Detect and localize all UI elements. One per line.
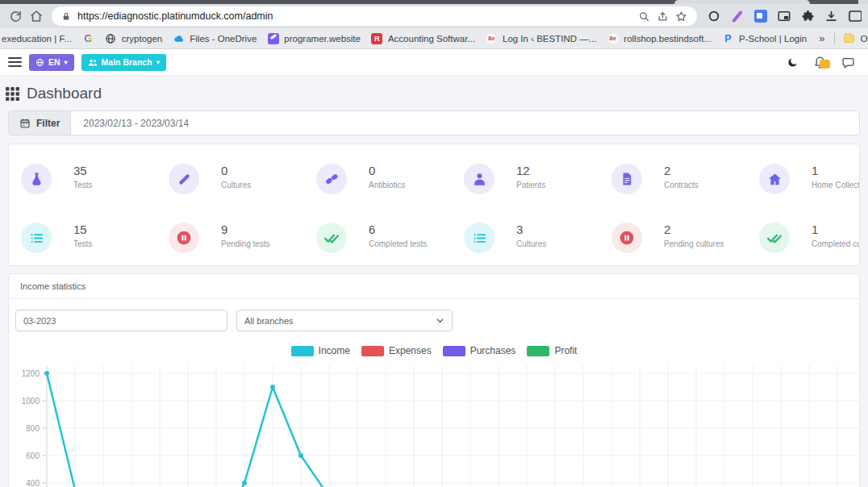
extension-ring-icon[interactable] — [705, 7, 723, 25]
bookmark-label: Log In ‹ BESTIND —... — [503, 34, 596, 44]
bookmark-item[interactable]: cryptogen — [105, 32, 163, 44]
users-icon — [88, 58, 98, 67]
share-icon[interactable] — [657, 10, 669, 23]
month-input[interactable] — [15, 310, 227, 331]
pen-extension-icon[interactable] — [728, 7, 746, 25]
flask-icon — [21, 164, 52, 194]
branch-label: Main Branch — [102, 57, 152, 67]
profile-icon[interactable] — [845, 7, 863, 25]
svg-text:800: 800 — [26, 424, 40, 433]
home-icon — [759, 164, 790, 194]
legend-item-expenses: Expenses — [361, 345, 432, 356]
double-check-icon — [316, 223, 347, 253]
other-bookmarks-button[interactable]: Othe — [843, 32, 868, 44]
active-tab-edge[interactable] — [674, 0, 810, 4]
red-r-icon: R — [371, 32, 383, 44]
income-swatch — [291, 346, 314, 356]
downloads-icon[interactable] — [822, 7, 840, 25]
stat-tests: 35Tests — [13, 164, 161, 205]
bookmark-item[interactable]: G — [82, 32, 94, 44]
calendar-icon — [19, 118, 31, 129]
8e-icon: 8e — [607, 32, 619, 44]
bookmarks-bar: exeducation | F... G cryptogen Files - O… — [0, 28, 868, 49]
chat-icon[interactable] — [841, 56, 855, 69]
income-card-title: Income statistics — [9, 274, 859, 299]
lock-icon — [61, 11, 71, 22]
stat-antibiotics: 0Antibiotics — [308, 164, 456, 205]
stat-pending-tests: 9Pending tests — [161, 223, 308, 264]
branch-select[interactable]: All branches — [236, 310, 453, 331]
stats-card: 35Tests 0Cultures 0Antibiotics 12Patient… — [8, 144, 860, 266]
stat-pending-cultures: 2Pending cultures — [603, 223, 751, 264]
branch-button[interactable]: Main Branch ▾ — [81, 54, 166, 71]
bookmark-label: cryptogen — [122, 34, 163, 44]
date-filter-bar: Filter — [8, 110, 860, 135]
bookmarks-overflow-chevron[interactable]: » — [817, 32, 826, 44]
contract-icon — [611, 164, 642, 194]
notifications-bell-icon[interactable] — [813, 56, 827, 69]
stat-completed-cultures: 1Completed cultures — [751, 223, 860, 264]
zoom-icon[interactable] — [638, 10, 650, 23]
divider — [834, 33, 835, 44]
reload-icon[interactable] — [5, 6, 26, 27]
bookmark-label: programer.website — [284, 34, 361, 44]
extensions-row — [705, 7, 863, 25]
star-icon[interactable] — [675, 10, 687, 23]
purple-site-icon — [267, 32, 279, 44]
url-text[interactable]: https://ediagnostic.platinumduck.com/adm… — [77, 10, 632, 22]
globe-icon — [105, 32, 117, 44]
translate-extension-icon[interactable] — [752, 7, 770, 25]
grid-icon — [6, 87, 19, 101]
patient-icon — [464, 164, 495, 194]
bookmark-item[interactable]: Files - OneDrive — [173, 32, 257, 44]
picture-in-picture-icon[interactable] — [775, 7, 793, 25]
caret-down-icon: ▾ — [65, 59, 68, 66]
extensions-puzzle-icon[interactable] — [799, 7, 816, 25]
bookmark-label: Files - OneDrive — [190, 34, 257, 44]
svg-text:600: 600 — [26, 452, 40, 460]
bookmark-item[interactable]: P P-School | Login — [722, 32, 807, 44]
bookmark-item[interactable]: 8e Log In ‹ BESTIND —... — [486, 32, 596, 44]
page-title: Dashboard — [27, 85, 102, 102]
income-statistics-card: Income statistics All branches Income Ex… — [8, 273, 860, 487]
globe-icon — [35, 58, 44, 67]
language-button[interactable]: EN ▾ — [29, 54, 74, 71]
pause-icon — [169, 223, 199, 253]
list-icon — [21, 223, 52, 253]
bookmark-item[interactable]: exeducation | F... — [2, 34, 72, 44]
stat-cultures-today: 3Cultures — [456, 223, 603, 264]
pause-icon — [611, 223, 642, 253]
date-range-input[interactable] — [71, 111, 859, 135]
bookmark-label: rollshop.bestindsoft... — [624, 34, 712, 44]
app-header: EN ▾ Main Branch ▾ — [0, 49, 868, 76]
bookmark-label: exeducation | F... — [2, 34, 72, 44]
notification-badge — [820, 60, 830, 69]
filter-button[interactable]: Filter — [9, 111, 71, 135]
stat-cultures: 0Cultures — [161, 164, 308, 205]
income-line-chart[interactable]: 12001000800600400 — [9, 359, 859, 487]
moon-icon[interactable] — [787, 56, 799, 69]
home-icon[interactable] — [26, 6, 47, 27]
address-bar[interactable]: https://ediagnostic.platinumduck.com/adm… — [52, 6, 697, 26]
dashboard-page: Dashboard Filter 35Tests 0Cultures — [0, 76, 868, 485]
bookmark-item[interactable]: R Accounting Softwar... — [371, 32, 475, 44]
bookmark-label: P-School | Login — [739, 34, 807, 44]
chart-legend: Income Expenses Purchases Profit — [9, 345, 859, 356]
legend-item-profit: Profit — [527, 345, 577, 356]
onedrive-cloud-icon — [173, 32, 185, 44]
tab-edge — [858, 0, 868, 4]
stat-completed-tests: 6Completed tests — [308, 223, 456, 264]
bookmark-item[interactable]: 8e rollshop.bestindsoft... — [607, 32, 712, 44]
chevron-down-icon — [436, 316, 444, 325]
legend-item-income: Income — [291, 345, 350, 356]
caret-down-icon: ▾ — [156, 59, 160, 66]
stat-home-collection: 1Home Collection — [751, 164, 860, 205]
expenses-swatch — [361, 346, 384, 356]
bookmark-item[interactable]: programer.website — [267, 32, 361, 44]
stat-patients: 12Patients — [456, 164, 603, 205]
test-tube-icon — [169, 164, 199, 194]
tab-strip — [0, 0, 868, 4]
bookmark-label: Accounting Softwar... — [388, 34, 475, 44]
menu-icon[interactable] — [8, 57, 22, 67]
svg-text:1000: 1000 — [22, 397, 40, 406]
